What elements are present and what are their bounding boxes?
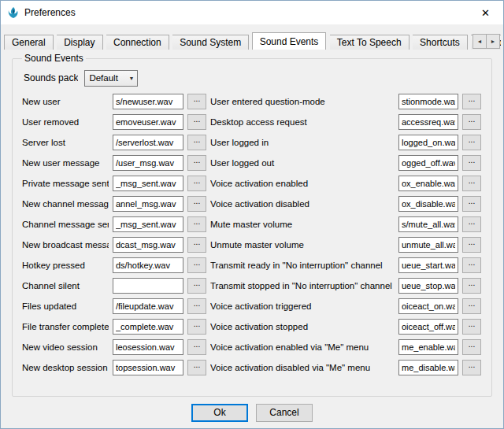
event-label: Channel silent (22, 281, 109, 290)
browse-button[interactable]: ... (187, 114, 206, 130)
sound-file-input[interactable] (113, 237, 183, 253)
tab-sound-system[interactable]: Sound System (172, 35, 249, 50)
event-label: Files updated (22, 301, 109, 311)
sound-file-input[interactable] (398, 114, 458, 130)
tab-sound-events[interactable]: Sound Events (252, 32, 327, 50)
event-label: New video session (22, 342, 109, 352)
browse-button[interactable]: ... (187, 298, 206, 314)
sound-file-input[interactable] (113, 319, 183, 335)
sound-file-input[interactable] (113, 155, 183, 171)
app-logo-icon (7, 6, 20, 19)
browse-button[interactable]: ... (187, 94, 206, 109)
sound-file-input[interactable] (398, 339, 458, 355)
sound-file-input[interactable] (398, 298, 458, 314)
sound-file-input[interactable] (398, 278, 458, 294)
sound-file-input[interactable] (113, 360, 183, 375)
event-label: Private message sent (22, 179, 109, 188)
browse-button[interactable]: ... (187, 257, 206, 273)
event-label: New broadcast message (22, 240, 109, 250)
browse-button[interactable]: ... (462, 339, 481, 355)
event-label: Transmit stopped in "No interruption" ch… (210, 281, 395, 290)
sound-file-input[interactable] (398, 216, 458, 232)
window-title: Preferences (24, 7, 468, 18)
browse-button[interactable]: ... (462, 94, 481, 109)
browse-button[interactable]: ... (462, 155, 481, 171)
browse-button[interactable]: ... (462, 298, 481, 314)
browse-button[interactable]: ... (187, 278, 206, 294)
browse-button[interactable]: ... (187, 319, 206, 335)
browse-button[interactable]: ... (462, 257, 481, 273)
sound-file-input[interactable] (398, 155, 458, 171)
event-label: New channel message (22, 199, 109, 209)
sound-file-input[interactable] (398, 257, 458, 273)
tab-scroll-right-icon[interactable]: ► (486, 34, 500, 49)
sounds-pack-value: Default (89, 73, 117, 83)
event-label: Unmute master volume (210, 240, 395, 250)
tab-text-to-speech[interactable]: Text To Speech (330, 35, 410, 50)
preferences-dialog: Preferences ✕ General Display Connection… (0, 0, 504, 429)
browse-button[interactable]: ... (187, 237, 206, 253)
sound-file-input[interactable] (398, 135, 458, 150)
sounds-pack-select[interactable]: Default ▼ (84, 70, 138, 87)
event-label: Voice activation enabled (210, 179, 395, 188)
browse-button[interactable]: ... (187, 360, 206, 375)
sound-file-input[interactable] (398, 196, 458, 212)
browse-button[interactable]: ... (462, 135, 481, 150)
sound-events-group: Sound Events Sounds pack Default ▼ New u… (12, 53, 492, 397)
event-label: User entered question-mode (210, 97, 395, 106)
ok-button[interactable]: Ok (191, 404, 248, 422)
browse-button[interactable]: ... (187, 196, 206, 212)
event-label: New desktop session (22, 363, 109, 372)
sound-file-input[interactable] (113, 339, 183, 355)
event-label: Hotkey pressed (22, 261, 109, 270)
tab-scroll-buttons: ◄ ► (473, 34, 500, 49)
tab-general[interactable]: General (4, 35, 54, 50)
sound-file-input[interactable] (113, 278, 183, 294)
sound-events-table: New user ... User entered question-mode … (22, 94, 482, 375)
sound-file-input[interactable] (113, 298, 183, 314)
browse-button[interactable]: ... (187, 135, 206, 150)
sound-file-input[interactable] (113, 257, 183, 273)
browse-button[interactable]: ... (187, 176, 206, 191)
sound-file-input[interactable] (398, 360, 458, 375)
tab-connection[interactable]: Connection (106, 35, 169, 50)
sounds-pack-label: Sounds pack (24, 72, 78, 83)
sound-file-input[interactable] (113, 216, 183, 232)
event-label: User logged out (210, 158, 395, 168)
cancel-button[interactable]: Cancel (256, 404, 313, 422)
tab-shortcuts[interactable]: Shortcuts (413, 35, 468, 50)
titlebar: Preferences ✕ (1, 1, 503, 24)
browse-button[interactable]: ... (462, 216, 481, 232)
browse-button[interactable]: ... (462, 196, 481, 212)
sound-file-input[interactable] (398, 319, 458, 335)
close-icon[interactable]: ✕ (468, 1, 503, 24)
browse-button[interactable]: ... (462, 360, 481, 375)
sound-file-input[interactable] (398, 176, 458, 191)
browse-button[interactable]: ... (462, 237, 481, 253)
event-label: Voice activation disabled (210, 199, 395, 209)
event-label: Transmit ready in "No interruption" chan… (210, 261, 395, 270)
sound-file-input[interactable] (113, 135, 183, 150)
event-label: New user message (22, 158, 109, 168)
sound-file-input[interactable] (113, 196, 183, 212)
event-label: New user (22, 97, 109, 106)
dialog-footer: Ok Cancel (1, 397, 503, 428)
event-label: Server lost (22, 138, 109, 147)
event-label: Voice activation disabled via "Me" menu (210, 363, 395, 372)
browse-button[interactable]: ... (462, 114, 481, 130)
sound-file-input[interactable] (398, 237, 458, 253)
group-legend: Sound Events (22, 53, 86, 64)
browse-button[interactable]: ... (462, 319, 481, 335)
event-label: User logged in (210, 138, 395, 147)
sound-file-input[interactable] (113, 94, 183, 109)
browse-button[interactable]: ... (187, 155, 206, 171)
tab-scroll-left-icon[interactable]: ◄ (472, 34, 487, 49)
browse-button[interactable]: ... (187, 216, 206, 232)
sound-file-input[interactable] (113, 114, 183, 130)
tab-display[interactable]: Display (57, 35, 102, 50)
browse-button[interactable]: ... (462, 176, 481, 191)
browse-button[interactable]: ... (187, 339, 206, 355)
sound-file-input[interactable] (113, 176, 183, 191)
sound-file-input[interactable] (398, 94, 458, 109)
browse-button[interactable]: ... (462, 278, 481, 294)
